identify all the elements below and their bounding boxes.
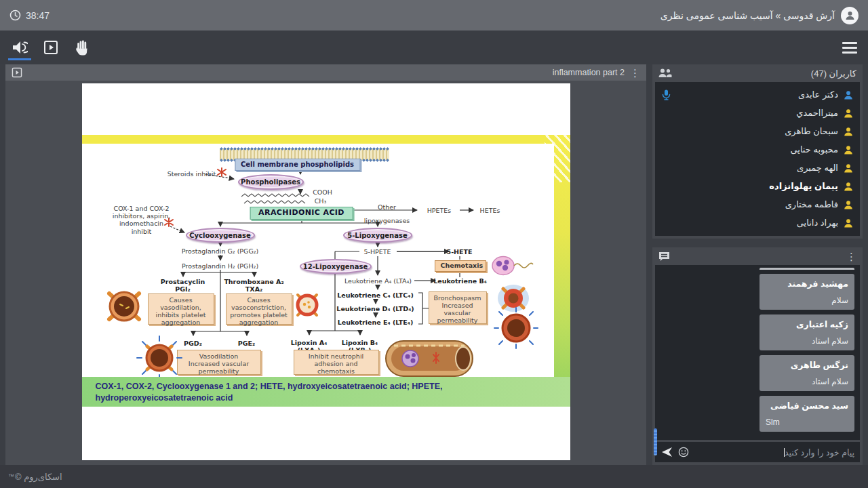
chat-text: Slm: [766, 418, 848, 427]
top-bar: 38:47 آرش قدوسی » آسیب شناسی عمومی نظری: [0, 0, 868, 30]
chat-messages[interactable]: مهشید فرهمند سلام زکیه اعتباری سلام استا…: [655, 265, 860, 440]
user-status-icon: [844, 127, 853, 136]
box-vasodilation-permeability: Vasodilation Increased vascular permeabi…: [177, 350, 261, 375]
brand-name: اسکای‌روم ©: [15, 472, 62, 482]
neutrophil-graphic: [490, 254, 534, 277]
slide-caption: COX-1, COX-2, Cyclooxygenase 1 and 2; HE…: [82, 377, 570, 407]
chat-sender: زکیه اعتباری: [766, 319, 848, 329]
node-5-lipoxygenase: 5-Lipoxygenase: [343, 228, 412, 243]
whiteboard-panel: inflammation part 2 ⋮: [5, 64, 646, 465]
label-ltc4: Leukotriene C₄ (LTC₄): [337, 291, 414, 299]
node-membrane: Cell membrane phospholipids: [235, 159, 360, 171]
user-status-icon: [844, 182, 853, 191]
label-steroids-inhibit: Steroids inhibit: [167, 170, 216, 178]
timer-value: 38:47: [26, 10, 50, 21]
user-status-icon: [844, 145, 853, 155]
user-row[interactable]: دکتر عابدی: [662, 85, 853, 104]
vasodilated-vessel-graphic: [136, 336, 182, 380]
platelet-vessel-graphic-2: [293, 291, 321, 319]
speaker-icon: [12, 40, 28, 55]
label-cox-inhibitors: COX-1 and COX-2 inhibitors, aspirin, ind…: [113, 205, 170, 235]
slide-title: inflammation part 2: [553, 68, 625, 77]
main-area: inflammation part 2 ⋮: [0, 64, 868, 465]
chat-text: سلام: [766, 296, 848, 305]
sidebar: کاربران (47) دکتر عابدی میتراا: [652, 64, 863, 465]
audio-button[interactable]: [8, 35, 31, 60]
user-name: میترااحمدي: [796, 108, 838, 118]
mic-icon: [662, 89, 671, 100]
label-5-hpete: 5-HPETE: [363, 248, 391, 256]
emoji-icon[interactable]: [678, 447, 689, 458]
users-panel: کاربران (47) دکتر عابدی میتراا: [652, 64, 863, 239]
user-status-icon: [844, 200, 853, 209]
label-5-hete: 5-HETE: [447, 248, 473, 256]
user-name: فاطمه مختاری: [785, 199, 838, 209]
label-prostacyclin: Prostacyclin PGI₂: [161, 278, 205, 293]
media-button[interactable]: [39, 35, 62, 60]
chat-menu-icon[interactable]: ⋮: [846, 251, 856, 262]
label-lte4: Leukotriene E₄ (LTE₄): [338, 319, 414, 326]
users-panel-header: کاربران (47): [652, 64, 863, 82]
blood-vessel-graphic: [384, 337, 475, 380]
session-timer: 38:47: [9, 9, 50, 21]
user-row[interactable]: محبوبه حنایی: [662, 140, 853, 159]
users-list[interactable]: دکتر عابدی میترااحمدي سبحان طاهری: [655, 82, 860, 236]
user-row[interactable]: فاطمه مختاری: [662, 195, 853, 214]
presentation-icon[interactable]: [12, 67, 22, 78]
chat-text: سلام استاد: [766, 336, 848, 346]
fatty-acid-graphic: [240, 192, 311, 207]
node-cyclooxygenase: Cyclooxygenase: [186, 228, 255, 243]
raise-hand-button[interactable]: [71, 35, 94, 60]
label-ltd4: Leukotriene D₄ (LTD₄): [336, 305, 414, 312]
label-hpetes: HPETEs: [427, 207, 452, 214]
user-name: بهراد دانایی: [797, 218, 838, 228]
label-pge2: PGE₂: [238, 340, 255, 347]
label-pgh2: Prostaglandin H₂ (PGH₂): [182, 262, 258, 270]
users-panel-title: کاربران (47): [811, 68, 856, 79]
play-square-icon: [43, 40, 58, 55]
chat-sender: سید محسن فیاضی: [766, 401, 848, 411]
session-info: آرش قدوسی » آسیب شناسی عمومی نظری: [660, 7, 859, 24]
node-arachidonic-acid: ARACHIDONIC ACID: [250, 207, 353, 220]
chat-sender: نرگس طاهری: [766, 360, 848, 370]
users-icon: [658, 68, 672, 78]
user-row[interactable]: پیمان پهلوانزاده: [662, 177, 853, 195]
send-icon[interactable]: [660, 447, 673, 458]
whiteboard-canvas: Cell membrane phospholipids Steroids inh…: [5, 81, 646, 465]
user-name: پیمان پهلوانزاده: [769, 181, 838, 191]
user-status-icon: [844, 163, 853, 173]
avatar: [841, 7, 859, 24]
label-pgg2: Prostaglandin G₂ (PGG₂): [182, 247, 259, 255]
chat-panel: ⋮ مهشید فرهمند سلام زکیه اعتباری سلام اس…: [652, 247, 863, 465]
chat-bubble: نرگس طاهری سلام استاد: [760, 355, 854, 391]
clock-icon: [9, 9, 21, 21]
user-status-icon: [844, 90, 853, 100]
label-pgd2: PGD₂: [184, 340, 202, 347]
hand-icon: [75, 39, 90, 56]
menu-button[interactable]: [840, 39, 860, 56]
user-status-icon: [844, 218, 853, 228]
user-row-partial: [662, 232, 853, 236]
caption-line-2: hydroperoxyeicosatetraenoic acid: [96, 392, 570, 404]
user-name: دکتر عابدی: [798, 89, 838, 100]
label-hetes: HETEs: [480, 207, 500, 214]
user-row[interactable]: الهه چمبری: [662, 159, 853, 177]
node-12-lipoxygenase: 12-Lipoxygenase: [300, 259, 372, 274]
chat-bubble: زکیه اعتباری سلام استاد: [760, 314, 854, 350]
chat-input[interactable]: پیام خود را وارد کنید: [694, 447, 854, 458]
user-row[interactable]: بهراد دانایی: [662, 214, 853, 232]
footer: ™ اسکای‌روم ©: [0, 465, 868, 488]
chat-scrollbar[interactable]: [654, 266, 657, 461]
chat-scrollbar-thumb[interactable]: [654, 428, 657, 455]
trademark-symbol: ™: [8, 473, 14, 480]
whiteboard-menu-icon[interactable]: ⋮: [630, 68, 640, 78]
chat-input-bar: پیام خود را وارد کنید: [655, 442, 860, 462]
platelet-vessel-graphic-1: [102, 287, 146, 325]
user-row[interactable]: میترااحمدي: [662, 104, 853, 122]
user-name: الهه چمبری: [797, 163, 838, 173]
permeable-vessel-graphic: [493, 307, 539, 349]
caption-line-1: COX-1, COX-2, Cyclooxygenase 1 and 2; HE…: [96, 381, 570, 392]
user-row[interactable]: سبحان طاهری: [662, 122, 853, 140]
box-vasoconstriction-platelet: Causes vasoconstriction, promotes platel…: [226, 293, 292, 325]
node-phospholipases: Phospholipases: [238, 174, 304, 190]
